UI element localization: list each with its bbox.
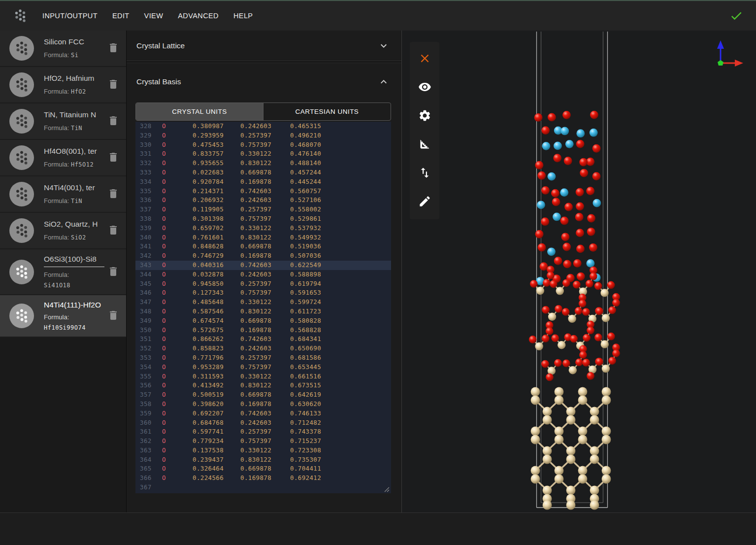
menu-item-input-output[interactable]: INPUT/OUTPUT [42, 12, 98, 20]
basis-row[interactable]: 352O0.8588230.2426030.650690 [135, 344, 391, 353]
basis-row[interactable]: 338O0.3013980.7573970.529861 [135, 214, 391, 224]
basis-row[interactable]: 365O0.3264640.6698780.704411 [135, 464, 391, 474]
element-symbol: O [158, 455, 188, 465]
basis-row[interactable]: 345O0.9458500.2573970.619794 [135, 279, 391, 289]
crystal-basis-title: Crystal Basis [136, 77, 181, 86]
basis-row[interactable]: 356O0.4134920.8301220.673515 [135, 381, 391, 390]
basis-row[interactable]: 343O0.0403160.7426030.622549 [135, 261, 391, 270]
basis-row[interactable]: 351O0.8662620.7426030.684341 [135, 335, 391, 344]
material-item-n4ti4-001-ter[interactable]: N4Ti4(001), terFormula: TiN [0, 176, 126, 213]
basis-row[interactable]: 330O0.4754530.7573970.468070 [135, 140, 391, 150]
coord-z: 0.558002 [290, 205, 321, 214]
basis-row[interactable]: 350O0.5726750.1698780.568828 [135, 326, 391, 335]
element-symbol: O [158, 326, 188, 335]
coord-z: 0.465315 [290, 122, 321, 131]
pencil-button[interactable] [410, 188, 439, 216]
basis-row[interactable]: 331O0.8337570.3301220.476140 [135, 149, 391, 159]
coord-z: 0.712482 [290, 418, 321, 428]
gear-button[interactable] [410, 102, 439, 131]
basis-row[interactable]: 348O0.5875460.8301220.611723 [135, 307, 391, 316]
basis-row[interactable]: 342O0.7467290.1698780.507036 [135, 251, 391, 261]
coord-z: 0.619794 [290, 279, 321, 289]
delete-material-button[interactable] [107, 266, 119, 278]
element-symbol: O [158, 214, 188, 224]
delete-material-button[interactable] [107, 115, 119, 128]
delete-material-button[interactable] [107, 309, 119, 322]
line-number: 328 [135, 122, 158, 131]
basis-row[interactable]: 358O0.3986200.1698780.630620 [135, 400, 391, 409]
editor-resize-handle[interactable] [384, 486, 390, 492]
basis-row[interactable]: 367 [135, 483, 391, 492]
basis-row[interactable]: 329O0.2939590.2573970.496210 [135, 131, 391, 140]
app-logo-icon[interactable] [13, 9, 27, 23]
material-item-silicon-fcc[interactable]: Silicon FCCFormula: Si [0, 31, 126, 67]
element-symbol: O [158, 372, 188, 381]
delete-material-button[interactable] [107, 151, 119, 164]
basis-row[interactable]: 344O0.0328780.2426030.588898 [135, 270, 391, 279]
eye-button[interactable] [410, 73, 439, 102]
coord-y: 0.257397 [240, 353, 271, 363]
basis-row[interactable]: 337O0.1199050.2573970.558002 [135, 205, 391, 214]
structure-3d-viewport[interactable] [402, 31, 756, 512]
basis-row[interactable]: 359O0.6922070.7426030.746133 [135, 409, 391, 418]
basis-row[interactable]: 355O0.3115930.3301220.661516 [135, 372, 391, 381]
basis-row[interactable]: 362O0.7792340.7573970.715237 [135, 437, 391, 446]
coord-y: 0.669878 [240, 242, 271, 251]
basis-row[interactable]: 335O0.2143710.7426030.560757 [135, 187, 391, 196]
delete-material-button[interactable] [107, 188, 119, 201]
material-item-hfo2-hafnium[interactable]: HfO2, HafniumFormula: HfO2 [0, 67, 126, 103]
basis-row[interactable]: 332O0.9356550.8301220.488140 [135, 159, 391, 168]
material-item-tin-titanium-n[interactable]: TiN, Titanium NFormula: TiN [0, 103, 126, 140]
basis-coordinates-editor[interactable]: 328O0.3809870.2426030.465315329O0.293959… [135, 122, 391, 493]
menu-item-view[interactable]: VIEW [144, 12, 164, 20]
basis-row[interactable]: 349O0.6745740.6698780.580828 [135, 316, 391, 326]
close-button[interactable] [410, 45, 439, 73]
basis-row[interactable]: 334O0.9207840.1698780.445244 [135, 177, 391, 187]
menu-item-advanced[interactable]: ADVANCED [178, 12, 219, 20]
swap-vert-button[interactable] [410, 159, 439, 188]
material-item-sio2-quartz-h[interactable]: SiO2, Quartz, HFormula: SiO2 [0, 213, 126, 249]
coord-z: 0.488140 [290, 159, 321, 168]
material-avatar-icon [9, 304, 34, 328]
delete-material-button[interactable] [107, 42, 119, 55]
coord-z: 0.457244 [290, 168, 321, 177]
material-item-o6si3-100-si8[interactable]: O6Si3(100)-Si8Formula:Si41O18 [0, 249, 126, 295]
ruler-button[interactable] [410, 131, 439, 159]
menu-item-edit[interactable]: EDIT [112, 12, 130, 20]
element-symbol: O [158, 261, 188, 270]
coord-z: 0.743378 [290, 427, 321, 437]
basis-row[interactable]: 357O0.5005190.6698780.642619 [135, 390, 391, 400]
basis-row[interactable]: 333O0.0226830.6698780.457244 [135, 168, 391, 177]
material-title: Hf4O8(001), ter [44, 147, 104, 156]
crystal-lattice-header[interactable]: Crystal Lattice [127, 31, 401, 61]
basis-row[interactable]: 354O0.9532890.7573970.653445 [135, 363, 391, 372]
basis-row[interactable]: 364O0.2394370.8301220.735307 [135, 455, 391, 465]
basis-row[interactable]: 328O0.3809870.2426030.465315 [135, 122, 391, 131]
basis-row[interactable]: 353O0.7717960.2573970.681586 [135, 353, 391, 363]
top-menu-bar: INPUT/OUTPUTEDITVIEWADVANCEDHELP [0, 0, 756, 31]
delete-material-button[interactable] [107, 78, 119, 91]
basis-row[interactable]: 339O0.6597020.3301220.537932 [135, 224, 391, 233]
menu-item-help[interactable]: HELP [233, 12, 253, 20]
element-symbol: O [158, 149, 188, 159]
material-item-hf4o8-001-ter[interactable]: Hf4O8(001), terFormula: Hf5O12 [0, 140, 126, 176]
basis-row[interactable]: 360O0.6847680.2426030.712482 [135, 418, 391, 428]
line-number: 336 [135, 196, 158, 205]
basis-row[interactable]: 347O0.4856480.3301220.599724 [135, 298, 391, 307]
crystal-basis-header[interactable]: Crystal Basis [127, 63, 401, 101]
basis-row[interactable]: 346O0.1273430.7573970.591653 [135, 288, 391, 298]
element-symbol: O [158, 177, 188, 187]
coord-y: 0.830122 [240, 381, 271, 390]
tab-crystal-units[interactable]: CRYSTAL UNITS [136, 103, 263, 120]
delete-material-button[interactable] [107, 224, 119, 237]
basis-row[interactable]: 340O0.7616010.8301220.549932 [135, 233, 391, 242]
basis-row[interactable]: 361O0.5977410.2573970.743378 [135, 427, 391, 437]
basis-row[interactable]: 366O0.2245660.1698780.692412 [135, 474, 391, 483]
coord-y: 0.242603 [240, 122, 271, 131]
material-item-n4ti4-111-hf2o[interactable]: N4Ti4(111)-Hf2OFormula:Hf10Si99O74 [0, 295, 126, 338]
basis-row[interactable]: 363O0.1375380.3301220.723308 [135, 446, 391, 455]
tab-cartesian-units[interactable]: CARTESIAN UNITS [263, 103, 391, 120]
ruler-icon [418, 137, 431, 152]
basis-row[interactable]: 336O0.2069320.2426030.527106 [135, 196, 391, 205]
basis-row[interactable]: 341O0.8486280.6698780.519036 [135, 242, 391, 251]
